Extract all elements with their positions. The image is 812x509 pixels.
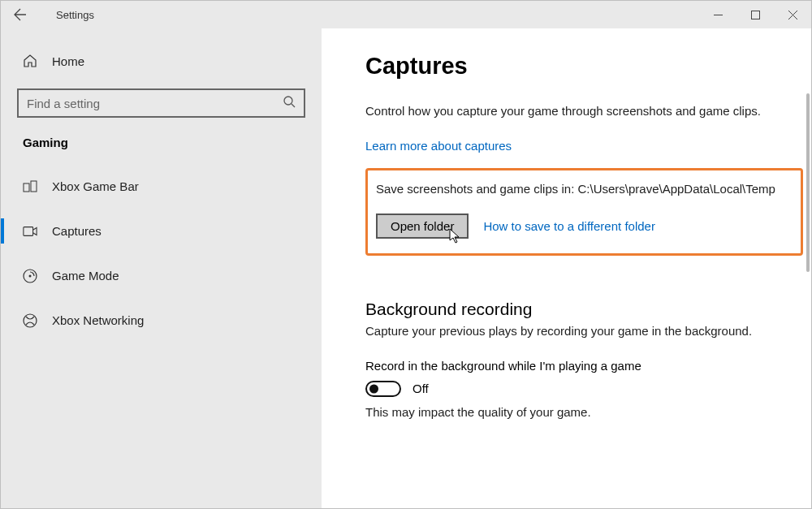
window-title: Settings <box>56 9 94 21</box>
impact-text: This may impact the quality of your game… <box>365 405 803 419</box>
svg-point-1 <box>284 97 292 105</box>
background-recording-desc: Capture your previous plays by recording… <box>365 324 803 338</box>
svg-point-6 <box>29 274 32 277</box>
search-input[interactable] <box>27 97 283 110</box>
maximize-icon <box>751 11 760 19</box>
different-folder-link[interactable]: How to save to a different folder <box>483 219 655 233</box>
save-path-text: Save screenshots and game clips in: C:\U… <box>376 180 793 199</box>
toggle-knob <box>369 384 378 393</box>
home-icon <box>23 54 37 68</box>
open-folder-row: Open folder How to save to a different f… <box>376 214 793 239</box>
titlebar-left: Settings <box>1 1 94 28</box>
svg-point-7 <box>24 314 37 327</box>
svg-rect-3 <box>31 181 37 192</box>
sidebar-item-captures[interactable]: Captures <box>1 209 322 253</box>
scrollbar[interactable] <box>806 93 810 272</box>
close-button[interactable] <box>774 1 811 28</box>
titlebar: Settings <box>1 1 811 28</box>
background-recording-title: Background recording <box>365 300 803 319</box>
back-button[interactable] <box>1 1 40 28</box>
sidebar-category: Gaming <box>1 136 322 149</box>
window-controls <box>699 1 811 28</box>
sidebar-item-label: Xbox Game Bar <box>52 179 139 193</box>
sidebar-item-game-mode[interactable]: Game Mode <box>1 253 322 298</box>
toggle-label: Record in the background while I'm playi… <box>365 359 803 373</box>
search-icon <box>283 95 296 111</box>
toggle-row: Off <box>365 381 803 397</box>
sidebar: Home Gaming Xbox Game Bar <box>1 28 322 508</box>
body-area: Home Gaming Xbox Game Bar <box>1 28 811 508</box>
svg-rect-2 <box>24 183 29 192</box>
home-label: Home <box>52 54 84 68</box>
page-description: Control how you capture your game throug… <box>365 102 788 119</box>
sidebar-item-label: Captures <box>52 224 102 238</box>
minimize-button[interactable] <box>699 1 736 28</box>
content-area: Captures Control how you capture your ga… <box>322 28 811 508</box>
svg-rect-0 <box>751 11 759 19</box>
open-folder-button[interactable]: Open folder <box>376 214 469 239</box>
sidebar-home[interactable]: Home <box>1 45 322 77</box>
svg-rect-4 <box>24 226 33 235</box>
back-arrow-icon <box>14 8 27 21</box>
xbox-networking-icon <box>23 313 37 328</box>
sidebar-item-label: Game Mode <box>52 269 119 283</box>
game-mode-icon <box>23 269 37 283</box>
page-title: Captures <box>365 53 803 80</box>
settings-window: Settings Home <box>0 0 812 509</box>
game-bar-icon <box>23 179 37 194</box>
toggle-state: Off <box>412 382 429 395</box>
learn-more-link[interactable]: Learn more about captures <box>365 139 512 153</box>
sidebar-item-xbox-game-bar[interactable]: Xbox Game Bar <box>1 164 322 209</box>
maximize-button[interactable] <box>736 1 774 28</box>
search-wrap <box>17 88 305 118</box>
close-icon <box>788 11 797 19</box>
save-location-highlight: Save screenshots and game clips in: C:\U… <box>365 168 803 256</box>
minimize-icon <box>714 11 723 19</box>
sidebar-item-xbox-networking[interactable]: Xbox Networking <box>1 298 322 343</box>
background-record-toggle[interactable] <box>365 381 401 397</box>
search-box[interactable] <box>17 88 305 118</box>
sidebar-item-label: Xbox Networking <box>52 313 144 327</box>
captures-icon <box>23 224 37 239</box>
